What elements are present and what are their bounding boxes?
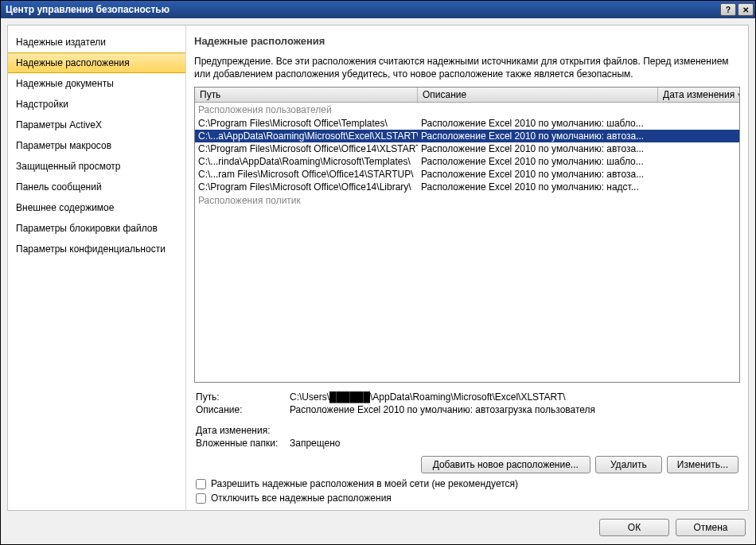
cell-path: C:\...a\AppData\Roaming\Microsoft\Excel\… (195, 130, 418, 142)
location-buttons: Добавить новое расположение... Удалить И… (194, 450, 740, 477)
table-header: Путь Описание Дата изменения ▼ (195, 88, 739, 103)
cell-date (658, 155, 739, 168)
cancel-button[interactable]: Отмена (676, 519, 746, 536)
table-row[interactable]: C:\Program Files\Microsoft Office\Templa… (195, 117, 739, 130)
allow-network-row: Разрешить надежные расположения в моей с… (194, 477, 740, 491)
content-pane: Надежные расположения Предупреждение. Вс… (186, 25, 748, 510)
detail-subfolders-label: Вложенные папки: (196, 438, 290, 449)
detail-desc-label: Описание: (196, 404, 290, 415)
table-row[interactable]: C:\Program Files\Microsoft Office\Office… (195, 142, 739, 155)
sidebar-item-9[interactable]: Параметры блокировки файлов (8, 218, 185, 239)
ok-button[interactable]: ОК (599, 519, 669, 536)
table-row[interactable]: C:\...rinda\AppData\Roaming\Microsoft\Te… (195, 155, 739, 168)
cell-date (658, 181, 739, 193)
cell-path: C:\Program Files\Microsoft Office\Office… (195, 142, 418, 155)
sort-icon: ▼ (736, 91, 739, 99)
table-row[interactable]: C:\Program Files\Microsoft Office\Office… (195, 181, 739, 193)
close-icon: ✕ (742, 6, 749, 14)
sidebar-item-6[interactable]: Защищенный просмотр (8, 156, 185, 177)
cell-path: C:\...rinda\AppData\Roaming\Microsoft\Te… (195, 155, 418, 168)
add-location-button[interactable]: Добавить новое расположение... (421, 456, 590, 473)
sidebar-item-2[interactable]: Надежные документы (8, 73, 185, 94)
cell-desc: Расположение Excel 2010 по умолчанию: ав… (418, 142, 658, 155)
section-title: Надежные расположения (194, 32, 740, 55)
table-body: Расположения пользователейC:\Program Fil… (195, 103, 739, 382)
allow-network-checkbox[interactable] (196, 479, 206, 489)
titlebar: Центр управления безопасностью ? ✕ (1, 1, 755, 18)
cell-path: C:\...ram Files\Microsoft Office\Office1… (195, 168, 418, 181)
col-desc[interactable]: Описание (418, 88, 658, 102)
detail-path-label: Путь: (196, 391, 290, 403)
sidebar-item-10[interactable]: Параметры конфиденциальности (8, 239, 185, 259)
details-panel: Путь: C:\Users\██████\AppData\Roaming\Mi… (194, 383, 740, 450)
window-title: Центр управления безопасностью (6, 4, 170, 15)
sidebar-item-3[interactable]: Надстройки (8, 94, 185, 115)
cell-desc: Расположение Excel 2010 по умолчанию: ав… (418, 168, 658, 181)
disable-all-row: Отключить все надежные расположения (194, 491, 740, 505)
cell-desc: Расположение Excel 2010 по умолчанию: ша… (418, 155, 658, 168)
dialog-body: Надежные издателиНадежные расположенияНа… (1, 18, 755, 544)
disable-all-label: Отключить все надежные расположения (211, 492, 392, 504)
col-date-label: Дата изменения (663, 89, 735, 100)
detail-date-label: Дата изменения: (196, 425, 290, 436)
edit-location-button[interactable]: Изменить... (667, 456, 738, 473)
sidebar: Надежные издателиНадежные расположенияНа… (8, 25, 186, 510)
disable-all-checkbox[interactable] (196, 493, 206, 504)
sidebar-item-4[interactable]: Параметры ActiveX (8, 115, 185, 135)
sidebar-item-8[interactable]: Внешнее содержимое (8, 197, 185, 218)
table-group-1: Расположения политик (195, 193, 739, 208)
sidebar-item-1[interactable]: Надежные расположения (8, 53, 185, 73)
sidebar-item-5[interactable]: Параметры макросов (8, 135, 185, 156)
cell-desc: Расположение Excel 2010 по умолчанию: на… (418, 181, 658, 193)
detail-path-value: C:\Users\██████\AppData\Roaming\Microsof… (290, 391, 738, 403)
help-button[interactable]: ? (720, 3, 736, 16)
dialog-footer: ОК Отмена (7, 511, 749, 538)
allow-network-label: Разрешить надежные расположения в моей с… (211, 478, 518, 489)
locations-table: Путь Описание Дата изменения ▼ Расположе… (194, 87, 740, 383)
delete-location-button[interactable]: Удалить (595, 456, 662, 473)
help-icon: ? (726, 6, 731, 14)
table-row[interactable]: C:\...ram Files\Microsoft Office\Office1… (195, 168, 739, 181)
cell-date (658, 130, 739, 142)
cell-date (658, 117, 739, 130)
table-group-0: Расположения пользователей (195, 103, 739, 117)
cell-path: C:\Program Files\Microsoft Office\Office… (195, 181, 418, 193)
table-row[interactable]: C:\...a\AppData\Roaming\Microsoft\Excel\… (195, 130, 739, 142)
detail-date-value (290, 425, 738, 436)
close-button[interactable]: ✕ (738, 3, 754, 16)
detail-desc-value: Расположение Excel 2010 по умолчанию: ав… (290, 404, 738, 415)
cell-desc: Расположение Excel 2010 по умолчанию: ша… (418, 117, 658, 130)
sidebar-item-0[interactable]: Надежные издатели (8, 32, 185, 53)
col-path[interactable]: Путь (195, 88, 418, 102)
cell-path: C:\Program Files\Microsoft Office\Templa… (195, 117, 418, 130)
detail-subfolders-value: Запрещено (290, 438, 738, 449)
cell-desc: Расположение Excel 2010 по умолчанию: ав… (418, 130, 658, 142)
col-date[interactable]: Дата изменения ▼ (658, 88, 739, 102)
warning-text: Предупреждение. Все эти расположения счи… (194, 55, 740, 87)
sidebar-item-7[interactable]: Панель сообщений (8, 177, 185, 197)
cell-date (658, 142, 739, 155)
cell-date (658, 168, 739, 181)
main-area: Надежные издателиНадежные расположенияНа… (7, 25, 749, 511)
